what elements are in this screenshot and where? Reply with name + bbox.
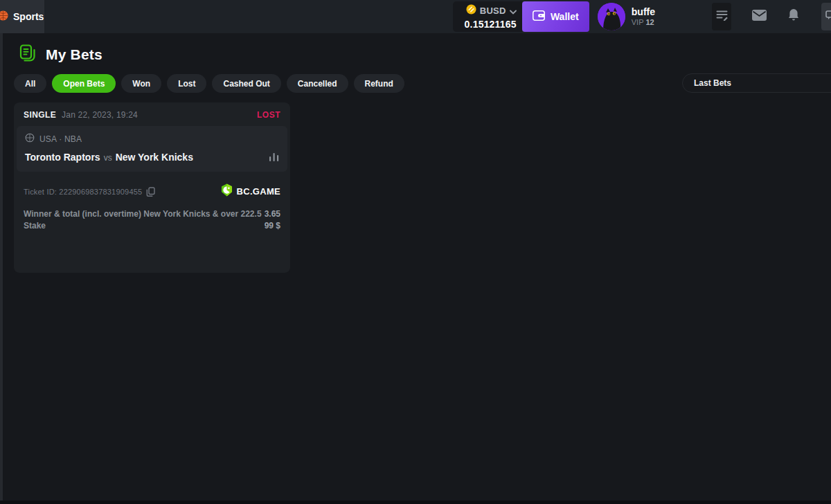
basketball-outline-icon (25, 133, 35, 145)
chat-icon (825, 10, 831, 23)
filter-open-bets[interactable]: Open Bets (52, 74, 116, 93)
sports-tab-label: Sports (13, 11, 44, 22)
filter-cancelled[interactable]: Cancelled (287, 74, 348, 93)
bell-icon (788, 9, 799, 24)
wallet-balance: 0.15121165 (465, 19, 517, 30)
bets-receipt-icon (19, 44, 37, 65)
basketball-icon (0, 10, 9, 24)
bet-slip-button[interactable] (712, 3, 731, 30)
brand-name: BC.GAME (237, 186, 281, 197)
filter-cashed-out[interactable]: Cashed Out (212, 74, 280, 93)
team-home: Toronto Raptors (25, 152, 100, 163)
league-name: USA · NBA (39, 134, 82, 144)
team-away: New York Knicks (116, 152, 193, 163)
vip-level: VIP 12 (632, 17, 655, 27)
ticket-id: Ticket ID: 2229069837831909455 (24, 188, 142, 196)
copy-icon[interactable] (146, 187, 155, 197)
bet-type: SINGLE (24, 110, 56, 120)
page-title: My Bets (46, 46, 102, 63)
currency-selector[interactable]: BUSD 0.15121165 (453, 1, 522, 32)
stake-row: Stake 99 $ (24, 220, 280, 232)
wallet-button[interactable]: Wallet (522, 1, 589, 32)
filter-all[interactable]: All (14, 74, 46, 93)
bet-filters: All Open Bets Won Lost Cashed Out Cancel… (14, 74, 404, 93)
filter-lost[interactable]: Lost (167, 74, 206, 93)
wallet-button-label: Wallet (551, 11, 579, 22)
bet-market-row: Winner & total (incl. overtime) New York… (24, 208, 280, 220)
sort-dropdown[interactable]: Last Bets (682, 73, 831, 93)
brand-logo: BC.GAME (220, 183, 281, 199)
status-badge: LOST (257, 110, 280, 120)
chevron-down-icon (510, 5, 517, 17)
bottom-edge (0, 501, 831, 504)
bet-odds: 3.65 (265, 208, 280, 220)
top-header: Sports BUSD 0.15121165 Wallet (0, 0, 831, 33)
bet-slip-icon (716, 10, 728, 24)
bet-market-label: Winner & total (incl. overtime) New York… (24, 208, 262, 220)
coin-icon (466, 4, 476, 17)
vs-label: vs (104, 153, 112, 163)
mail-icon (752, 10, 767, 24)
bet-card[interactable]: SINGLE Jan 22, 2023, 19:24 LOST USA · NB… (14, 102, 290, 273)
user-name: buffe (632, 6, 655, 17)
chat-button[interactable] (821, 3, 831, 30)
user-info[interactable]: buffe VIP 12 (632, 6, 655, 27)
filter-won[interactable]: Won (121, 74, 161, 93)
match-block[interactable]: USA · NBA Toronto Raptors vs New York Kn… (17, 126, 287, 172)
avatar[interactable] (598, 3, 625, 30)
sidebar-edge (0, 33, 3, 504)
sports-tab[interactable]: Sports (0, 0, 44, 33)
stake-label: Stake (24, 220, 46, 232)
stats-bars-icon[interactable] (269, 152, 279, 164)
currency-code: BUSD (480, 6, 506, 16)
sort-dropdown-label: Last Bets (694, 78, 731, 88)
notifications-button[interactable] (784, 3, 803, 30)
wallet-icon (533, 10, 545, 23)
bet-date: Jan 22, 2023, 19:24 (62, 110, 138, 120)
stake-value: 99 $ (265, 220, 280, 232)
bcgame-icon (220, 183, 233, 199)
filter-refund[interactable]: Refund (354, 74, 404, 93)
messages-button[interactable] (749, 3, 769, 30)
